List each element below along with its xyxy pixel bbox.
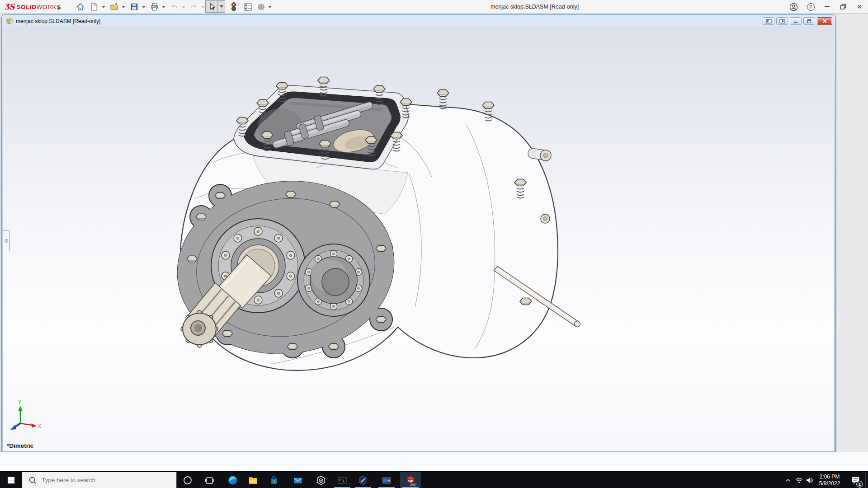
- solidworks-logo: ƷS SOLIDWORKS: [5, 0, 61, 14]
- open-dropdown[interactable]: [122, 6, 125, 8]
- document-window-controls: [763, 17, 832, 25]
- cortana-button[interactable]: [177, 472, 198, 488]
- chevron-up-icon: [785, 477, 791, 483]
- taskbar-app-edge[interactable]: [222, 472, 243, 488]
- solidworks-letters: SW: [408, 479, 414, 483]
- design-tool-hexagon-icon: [358, 475, 368, 486]
- minimize-icon: [825, 6, 830, 7]
- task-view-icon: [204, 475, 214, 485]
- redo-dropdown[interactable]: [201, 6, 205, 8]
- undo-button[interactable]: [169, 1, 180, 13]
- redo-icon: [189, 3, 198, 11]
- document-window: menjac sklop.SLDASM [Read-only]: [2, 15, 835, 452]
- search-input[interactable]: [42, 477, 155, 483]
- hidden-icons-chevron[interactable]: [783, 472, 793, 488]
- document-restore-button[interactable]: [803, 17, 815, 25]
- taskbar-app-mail[interactable]: [288, 472, 308, 488]
- print-dropdown[interactable]: [162, 6, 165, 8]
- taskbar-search[interactable]: [22, 472, 177, 488]
- network-status[interactable]: [794, 472, 804, 488]
- menu-expander-arrow-icon[interactable]: [58, 4, 61, 12]
- minimize-button[interactable]: [820, 0, 834, 14]
- file-explorer-icon: [248, 475, 259, 486]
- action-center-button[interactable]: 1: [848, 472, 863, 488]
- performance-evaluation-button[interactable]: [228, 1, 240, 13]
- redo-button[interactable]: [188, 1, 199, 13]
- logo-text-solid: SOLID: [16, 4, 36, 10]
- gear-icon: [257, 3, 265, 11]
- help-button[interactable]: ?: [804, 0, 817, 14]
- taskbar-app-file-explorer[interactable]: [243, 472, 264, 488]
- home-button[interactable]: [74, 1, 86, 13]
- speaker-icon: [806, 477, 813, 484]
- document-minimize-button[interactable]: [790, 17, 802, 25]
- account-button[interactable]: [787, 0, 800, 14]
- taskbar-app-design-tool[interactable]: [353, 472, 373, 488]
- clock-date: 5/9/2022: [813, 480, 846, 487]
- taskbar-clock[interactable]: 2:06 PM 5/9/2022: [813, 474, 846, 487]
- feature-panel-collapsed-tab[interactable]: [3, 230, 10, 251]
- taskbar-app-solidworks[interactable]: SW 2021: [400, 472, 421, 488]
- file-properties-button[interactable]: [242, 1, 254, 13]
- close-icon: ×: [857, 3, 862, 11]
- select-tool-button[interactable]: [206, 1, 218, 12]
- taskbar-app-remote-window[interactable]: [376, 472, 397, 488]
- new-document-dropdown[interactable]: [102, 6, 105, 8]
- print-icon: [150, 3, 159, 11]
- print-button[interactable]: [148, 1, 160, 13]
- save-button[interactable]: [128, 1, 140, 13]
- search-icon: [28, 476, 37, 485]
- split-pane-left-button[interactable]: [763, 17, 774, 25]
- volume-control[interactable]: [804, 472, 814, 488]
- task-view-button[interactable]: [199, 472, 220, 488]
- solidworks-logo-mark-icon: ƷS: [5, 2, 14, 11]
- orientation-triad: Y X: [10, 400, 41, 430]
- window-title: menjac sklop.SLDASM [Read-only]: [491, 0, 579, 14]
- expand-panel-icon: [5, 239, 8, 243]
- wifi-icon: [795, 477, 803, 483]
- gearbox-assembly-model[interactable]: Y X *Dimetric: [3, 26, 834, 451]
- new-document-button[interactable]: [88, 1, 100, 13]
- microsoft-edge-icon: [227, 475, 238, 486]
- mail-icon: [292, 475, 303, 486]
- triad-y-label: Y: [18, 400, 21, 405]
- document-close-button[interactable]: [817, 17, 832, 25]
- microsoft-store-icon: [269, 475, 279, 486]
- document-title-bar[interactable]: menjac sklop.SLDASM [Read-only]: [3, 16, 834, 26]
- open-folder-icon: [110, 3, 118, 11]
- close-button[interactable]: ×: [853, 0, 866, 14]
- document-minimize-icon: [793, 19, 798, 23]
- save-dropdown[interactable]: [142, 6, 146, 8]
- split-pane-left-icon: [766, 19, 772, 23]
- open-button[interactable]: [108, 1, 120, 13]
- taskbar-app-store[interactable]: [264, 472, 284, 488]
- start-button[interactable]: [0, 472, 22, 488]
- viewport-3d[interactable]: Y X *Dimetric: [3, 26, 834, 451]
- show-desktop-button[interactable]: [865, 472, 868, 488]
- document-close-icon: [822, 19, 827, 23]
- new-document-icon: [90, 3, 98, 11]
- logo-text-works: WORKS: [37, 4, 61, 10]
- command-prompt-icon: C:\: [337, 475, 348, 486]
- select-tool-group: [205, 0, 225, 13]
- user-account-icon: [789, 3, 798, 11]
- split-pane-right-button[interactable]: [776, 17, 788, 25]
- solidworks-2021-icon: SW 2021: [405, 474, 416, 486]
- secondary-bearing-cover[interactable]: [297, 244, 370, 316]
- select-tool-dropdown[interactable]: [218, 5, 225, 8]
- restore-button[interactable]: [836, 0, 850, 14]
- options-dropdown[interactable]: [268, 6, 272, 8]
- taskbar-app-3d-viewer[interactable]: [311, 472, 331, 488]
- app-title-bar: ƷS SOLIDWORKS: [0, 0, 868, 14]
- options-button[interactable]: [255, 1, 267, 13]
- properties-list-icon: [244, 3, 252, 11]
- document-title: menjac sklop.SLDASM [Read-only]: [16, 18, 100, 24]
- remote-window-icon: [381, 475, 392, 486]
- status-bar: [0, 452, 868, 471]
- taskbar-app-command-prompt[interactable]: C:\: [332, 472, 353, 488]
- home-icon: [76, 3, 85, 11]
- undo-dropdown[interactable]: [182, 6, 185, 8]
- restore-icon: [840, 4, 846, 10]
- split-pane-right-icon: [779, 19, 785, 23]
- 3d-viewer-icon: [316, 475, 326, 486]
